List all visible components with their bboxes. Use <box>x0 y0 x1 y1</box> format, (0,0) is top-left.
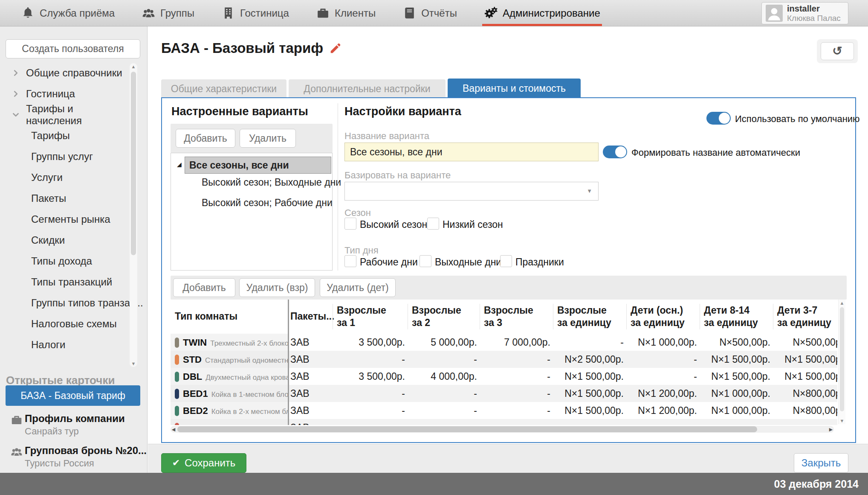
nav-item-clients[interactable]: Клиенты <box>314 0 377 26</box>
sidebar-item-tariffs-accruals[interactable]: Тарифы и начисления <box>0 105 129 124</box>
history-icon: ↺ <box>832 44 842 58</box>
tab-variants-pricing[interactable]: Варианты и стоимость <box>448 79 581 98</box>
sidebar-item-label: Услуги <box>31 172 63 183</box>
sidebar-item-label: Тарифы и начисления <box>26 103 129 127</box>
sidebar-scrollbar[interactable]: ▲ ▼ <box>130 63 137 367</box>
table-row[interactable]: STDСтандартный одноместный ЗАВ - - - N×2… <box>171 351 837 368</box>
nav-item-label: Служба приёма <box>40 7 115 19</box>
checkbox-high-season-label: Высокий сезон <box>360 219 427 230</box>
room-color-pill <box>175 372 179 382</box>
checkbox-low-season[interactable] <box>427 218 439 230</box>
tab-general[interactable]: Общие характеристики <box>161 79 286 98</box>
checkbox-holidays-label: Праздники <box>515 256 564 268</box>
nav-item-reports[interactable]: Отчёты <box>401 0 459 26</box>
scroll-down-icon[interactable]: ▼ <box>130 361 137 366</box>
scroll-left-icon[interactable]: ◀ <box>171 426 176 433</box>
use-default-toggle[interactable] <box>706 112 731 125</box>
checkbox-weekends[interactable] <box>420 255 431 267</box>
variants-heading: Настроенные варианты <box>171 105 308 118</box>
checkbox-holidays[interactable] <box>500 255 512 267</box>
table-hscrollbar[interactable]: ◀ ▶ <box>171 426 834 433</box>
tab-additional-settings[interactable]: Дополнительные настройки <box>289 79 446 98</box>
table-row-partial[interactable]: ЗАВ <box>171 419 837 425</box>
open-card-subtitle: Санрайз тур <box>25 426 79 437</box>
chevron-down-icon <box>12 111 20 119</box>
column-header-adult1[interactable]: Взрослыеза 1 <box>337 300 405 334</box>
app-window: Служба приёма Группы Гостиница Клиенты <box>0 0 868 495</box>
nav-item-reception[interactable]: Служба приёма <box>19 0 116 26</box>
nav-item-label: Клиенты <box>335 7 376 19</box>
table-row[interactable]: BED2Койка в 2-х местном блоке ЗАВ - - - … <box>171 402 837 419</box>
column-header-adult2[interactable]: Взрослыеза 2 <box>412 300 478 334</box>
table-row[interactable]: TWINТрехместный 2-х блоковый ЗАВ 3 500,0… <box>171 334 837 351</box>
open-card-company-profile[interactable]: Профиль компании Санрайз тур <box>0 413 141 438</box>
nav-item-administration[interactable]: Администрирование <box>482 0 602 26</box>
pricing-delete-adult-button[interactable]: Удалить (взр) <box>239 278 315 297</box>
room-color-pill <box>175 423 179 425</box>
column-header-child-3-7[interactable]: Дети 3-7за единицу <box>777 300 837 334</box>
sidebar-item-label: Группы услуг <box>31 151 93 163</box>
table-vscrollbar[interactable]: ▲ ▼ <box>838 300 845 424</box>
scroll-up-icon[interactable]: ▲ <box>130 64 137 69</box>
action-bar <box>148 444 868 473</box>
scroll-down-icon[interactable]: ▼ <box>839 418 845 423</box>
save-button[interactable]: ✔ Сохранить <box>161 453 246 473</box>
variant-delete-button[interactable]: Удалить <box>240 129 296 148</box>
column-header-adult-unit[interactable]: Взрослыеза единицу <box>557 300 625 334</box>
briefcase-icon <box>10 413 23 426</box>
user-menu[interactable]: installer Клюква Палас <box>761 2 848 24</box>
pricing-add-button[interactable]: Добавить <box>173 278 235 297</box>
open-card-title: Профиль компании <box>25 413 125 425</box>
close-button[interactable]: Закрыть <box>794 453 848 473</box>
status-date: 03 декабря 2014 <box>774 478 859 490</box>
tab-bar: Общие характеристики Дополнительные наст… <box>161 79 581 98</box>
table-hscroll-thumb[interactable] <box>177 426 757 432</box>
nav-item-hotel[interactable]: Гостиница <box>220 0 291 26</box>
variant-row-child[interactable]: Высокий сезон; Рабочие дни <box>202 194 333 211</box>
open-card-base-tariff[interactable]: БАЗА - Базовый тариф <box>6 385 140 406</box>
create-user-button[interactable]: Создать пользователя <box>6 39 140 58</box>
variant-row-selected[interactable]: Все сезоны, все дни <box>185 157 331 174</box>
tree-expanded-icon[interactable]: ◢ <box>177 161 182 168</box>
table-vscroll-thumb[interactable] <box>840 307 844 411</box>
base-variant-label: Базировать на варианте <box>344 170 451 181</box>
bell-icon <box>21 6 35 20</box>
column-divider <box>338 103 338 271</box>
column-header-child-8-14[interactable]: Дети 8-14за единицу <box>704 300 771 334</box>
sidebar-item-hotel[interactable]: Гостиница <box>0 84 129 103</box>
scroll-right-icon[interactable]: ▶ <box>828 426 834 433</box>
frozen-column-splitter[interactable] <box>288 300 289 425</box>
history-button[interactable]: ↺ <box>821 42 854 60</box>
variant-row-child[interactable]: Высокий сезон; Выходные дни <box>202 174 341 191</box>
room-color-pill <box>175 406 179 416</box>
briefcase-icon <box>316 6 330 20</box>
building-icon <box>221 6 235 20</box>
open-card-group-booking[interactable]: Групповая бронь №20... Туристы Россия <box>0 445 141 470</box>
sidebar-item-label: Скидки <box>31 234 65 246</box>
table-row[interactable]: BED1Койка в 1-местном блоке ЗАВ - - - N×… <box>171 385 837 402</box>
sidebar-item-label: Тарифы <box>31 130 70 142</box>
table-row[interactable]: DBLДвухместный одна кровать ЗАВ 3 500,00… <box>171 368 837 385</box>
dropdown-caret-icon: ▼ <box>587 188 592 194</box>
column-header-packages[interactable]: Пакеты... <box>290 300 331 334</box>
checkbox-workdays[interactable] <box>344 255 356 267</box>
auto-name-toggle[interactable] <box>603 146 627 158</box>
column-header-room-type[interactable]: Тип комнаты <box>175 300 286 334</box>
variant-name-input[interactable] <box>344 143 599 161</box>
open-card-title: Групповая бронь №20... <box>25 445 147 457</box>
variant-add-button[interactable]: Добавить <box>176 129 235 148</box>
sidebar-item-label: Налоговые схемы <box>31 318 117 330</box>
sidebar-item-general-refs[interactable]: Общие справочники <box>0 64 129 82</box>
chevron-right-icon <box>12 90 20 98</box>
sidebar-item-label: Типы транзакций <box>31 276 112 288</box>
checkbox-high-season[interactable] <box>344 218 356 230</box>
column-header-adult3[interactable]: Взрослыеза 3 <box>484 300 551 334</box>
user-name: installer <box>787 4 841 14</box>
column-header-child-main[interactable]: Дети (осн.)за единицу <box>631 300 698 334</box>
edit-pencil-icon[interactable] <box>329 42 342 55</box>
scroll-up-icon[interactable]: ▲ <box>839 300 845 306</box>
sidebar-scroll-thumb[interactable] <box>131 72 136 255</box>
nav-item-groups[interactable]: Группы <box>140 0 196 26</box>
pricing-delete-child-button[interactable]: Удалить (дет) <box>320 278 396 297</box>
base-variant-select[interactable]: ▼ <box>344 182 599 201</box>
